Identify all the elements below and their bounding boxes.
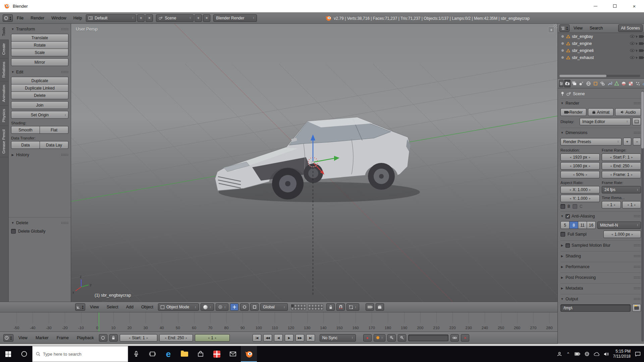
opengl-render-animation-button[interactable]	[376, 303, 384, 311]
lock-time-cursor-toggle[interactable]	[109, 334, 118, 342]
output-panel-header[interactable]: ▼ Output	[560, 296, 641, 302]
tl-menu-frame[interactable]: Frame	[54, 334, 72, 342]
shade-smooth-button[interactable]: Smooth	[11, 126, 40, 134]
browse-output-button[interactable]	[632, 304, 641, 312]
aa-samples-5[interactable]: 5	[560, 221, 570, 229]
performance-panel-header[interactable]: ▶ Performance	[560, 263, 641, 270]
current-frame-indicator[interactable]	[99, 312, 99, 331]
manipulator-scale-toggle[interactable]	[250, 303, 259, 311]
menu-file[interactable]: File	[14, 14, 26, 22]
area-split-corner[interactable]	[553, 24, 557, 28]
unlink-button[interactable]: ×	[461, 334, 469, 342]
outliner-menu-view[interactable]: View	[571, 24, 586, 32]
transform-orientation-selector[interactable]: Global ↕	[260, 303, 288, 311]
expander-icon[interactable]: ⊕	[561, 42, 565, 45]
frame-start-field[interactable]: Start F: 1	[602, 154, 641, 161]
minimize-button[interactable]	[586, 0, 605, 12]
post-processing-panel-header[interactable]: ▶ Post Processing	[560, 274, 641, 281]
render-panel-header[interactable]: ▼ Render	[560, 100, 641, 107]
render-animation-button[interactable]: Animat	[588, 108, 614, 116]
outliner-item[interactable]: ⊕ sbr_engineli	[558, 47, 644, 54]
resolution-percentage-slider[interactable]: 50%	[560, 171, 600, 178]
fps-selector[interactable]: 24 fps↕	[602, 186, 641, 193]
auto-keyframe-toggle[interactable]: ●	[363, 334, 372, 342]
microphone-button[interactable]	[128, 346, 144, 362]
play-button[interactable]: ▶	[285, 334, 293, 342]
aspect-y-field[interactable]: Y: 1.000	[560, 195, 600, 202]
renderability-camera-icon[interactable]	[639, 35, 643, 38]
set-origin-menu[interactable]: Set Origin ↕	[11, 111, 68, 119]
insert-keyframe-button[interactable]	[387, 334, 396, 342]
outliner-horizontal-scrollbar[interactable]	[559, 75, 640, 77]
play-reverse-button[interactable]: ◀	[274, 334, 283, 342]
link-icon-button[interactable]	[450, 334, 459, 342]
expander-icon[interactable]: ⊕	[561, 56, 565, 59]
remap-old-field[interactable]: 1	[602, 201, 621, 208]
volume-icon[interactable]	[604, 352, 609, 356]
delete-keyframe-button[interactable]	[398, 334, 406, 342]
add-preset-button[interactable]: +	[623, 138, 631, 145]
scene-selector[interactable]: Scene ↕	[156, 14, 194, 22]
previous-keyframe-button[interactable]: ◀◀	[263, 334, 272, 342]
store-button[interactable]	[193, 346, 209, 362]
edit-panel-header[interactable]: ▼ Edit	[11, 69, 68, 75]
network-icon[interactable]	[585, 352, 589, 356]
output-path-field[interactable]: /tmp\	[560, 304, 631, 312]
selectability-cursor-icon[interactable]	[636, 49, 638, 52]
viewport-shading-selector[interactable]: ↕	[201, 303, 214, 311]
dimensions-panel-header[interactable]: ▼ Dimensions	[560, 129, 641, 136]
render-engine-selector[interactable]: Blender Render ↕	[213, 14, 257, 22]
duplicate-button[interactable]: Duplicate	[11, 77, 68, 84]
outliner-item[interactable]: ⊕ sbr_engine	[558, 40, 644, 47]
aa-samples-11[interactable]: 11	[578, 221, 587, 229]
pivot-center-selector[interactable]: ↕	[216, 303, 229, 311]
tab-animation[interactable]: Animation	[0, 81, 9, 106]
delete-layout-button[interactable]: ×	[146, 14, 153, 22]
tab-modifiers[interactable]	[606, 80, 613, 87]
sync-mode-selector[interactable]: No Sync ↕	[320, 334, 356, 342]
jump-to-end-button[interactable]: ▶|	[306, 334, 315, 342]
tl-menu-marker[interactable]: Marker	[33, 334, 52, 342]
outliner-item[interactable]: ⊕ sbr_engbay	[558, 33, 644, 40]
history-panel-header[interactable]: ▶ History	[11, 152, 68, 158]
rotate-button[interactable]: Rotate	[11, 41, 68, 49]
properties-editor-dropdown[interactable]	[559, 80, 564, 87]
renderability-camera-icon[interactable]	[639, 56, 643, 59]
render-audio-button[interactable]: Audio	[615, 108, 641, 116]
maximize-button[interactable]	[605, 0, 625, 12]
gift-app-button[interactable]	[209, 346, 225, 362]
keying-set-field[interactable]	[408, 335, 448, 341]
menu-render[interactable]: Render	[28, 14, 47, 22]
start-button[interactable]	[0, 346, 16, 362]
shade-flat-button[interactable]: Flat	[40, 126, 68, 134]
duplicate-linked-button[interactable]: Duplicate Linked	[11, 84, 68, 92]
properties-scrollbar[interactable]	[641, 91, 644, 342]
remap-new-field[interactable]: 1	[622, 201, 641, 208]
transfer-data-layout-button[interactable]: Data Lay	[40, 141, 68, 149]
aspect-x-field[interactable]: X: 1.000	[560, 186, 600, 193]
tab-create[interactable]: Create	[0, 40, 9, 59]
action-center-icon[interactable]	[635, 352, 641, 357]
antialiasing-checkbox[interactable]	[566, 214, 570, 219]
cortana-button[interactable]	[16, 346, 32, 362]
checkbox-icon[interactable]	[11, 229, 16, 234]
tab-object-data[interactable]	[613, 80, 620, 87]
v3d-menu-select[interactable]: Select	[104, 303, 121, 311]
visibility-eye-icon[interactable]	[630, 49, 635, 52]
shading-panel-header[interactable]: ▶ Shading	[560, 253, 641, 259]
mirror-button[interactable]: Mirror	[11, 58, 68, 66]
metadata-panel-header[interactable]: ▶ Metadata	[560, 285, 641, 292]
transfer-data-button[interactable]: Data	[11, 141, 40, 149]
expander-icon[interactable]: ⊕	[561, 49, 565, 52]
tab-material[interactable]	[621, 80, 627, 87]
render-presets-selector[interactable]: Render Presets ↕	[560, 138, 622, 145]
timeline-editor-dropdown[interactable]: ↕	[3, 334, 13, 342]
visibility-eye-icon[interactable]	[630, 35, 635, 38]
visibility-eye-icon[interactable]	[630, 56, 635, 59]
tab-physics[interactable]	[642, 80, 644, 87]
menu-help[interactable]: Help	[70, 14, 85, 22]
edge-button[interactable]: e	[160, 346, 176, 362]
mode-selector[interactable]: Object Mode ↕	[158, 303, 199, 311]
file-explorer-button[interactable]	[176, 346, 193, 362]
tab-world[interactable]	[585, 80, 592, 87]
